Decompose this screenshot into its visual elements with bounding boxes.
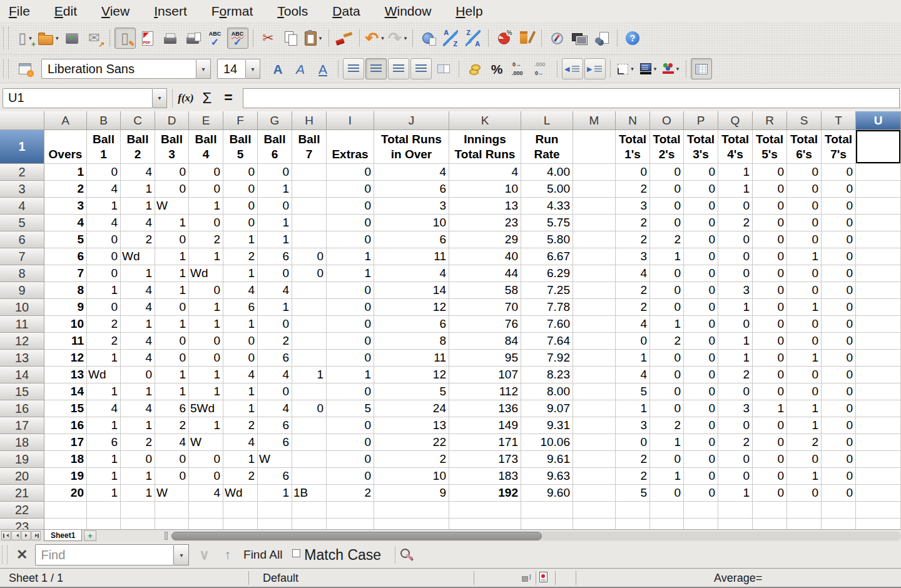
cell-D22[interactable]	[155, 502, 189, 519]
cell-C16[interactable]: 4	[121, 400, 155, 417]
cell-O18[interactable]: 1	[650, 434, 684, 451]
cell-O19[interactable]: 0	[650, 451, 684, 468]
cell-R15[interactable]: 0	[753, 383, 787, 400]
cell-T6[interactable]: 0	[822, 231, 856, 248]
font-size-dropdown[interactable]: ▾	[246, 59, 260, 79]
cell-P15[interactable]: 0	[684, 383, 718, 400]
insert-mode-icon[interactable]	[522, 574, 532, 582]
cell-P6[interactable]: 0	[684, 231, 718, 248]
cell-D10[interactable]: 0	[155, 299, 189, 316]
cell-H16[interactable]: 0	[292, 400, 327, 417]
cell-G13[interactable]: 6	[258, 350, 292, 367]
cell-G5[interactable]: 1	[258, 215, 292, 231]
cell-O2[interactable]: 0	[650, 164, 684, 181]
cell-P10[interactable]: 0	[684, 299, 718, 316]
cell-S9[interactable]: 0	[787, 282, 822, 299]
cell-R21[interactable]: 0	[753, 485, 787, 502]
add-sheet-button[interactable]: +	[84, 530, 96, 541]
cell-D19[interactable]: 0	[155, 451, 189, 468]
cell-K17[interactable]: 149	[449, 417, 521, 434]
cell-K6[interactable]: 29	[449, 231, 521, 248]
cell-U8[interactable]	[856, 265, 901, 282]
cell-S7[interactable]: 1	[787, 248, 822, 265]
cell-S14[interactable]: 0	[787, 367, 822, 383]
cell-H12[interactable]	[292, 333, 327, 350]
cell-M13[interactable]	[573, 350, 616, 367]
font-name-dropdown[interactable]: ▾	[196, 59, 211, 79]
cell-R20[interactable]: 0	[753, 468, 787, 485]
cell-A5[interactable]: 4	[44, 215, 87, 231]
cell-M4[interactable]	[573, 198, 616, 215]
cell-Q15[interactable]: 0	[718, 383, 753, 400]
name-box-dropdown[interactable]: ▾	[153, 88, 167, 108]
cell-H14[interactable]: 1	[292, 367, 327, 383]
cell-D21[interactable]: W	[155, 485, 189, 502]
cell-L10[interactable]: 7.78	[521, 299, 573, 316]
cell-B8[interactable]: 0	[87, 265, 121, 282]
cell-N10[interactable]: 2	[616, 299, 650, 316]
cell-T5[interactable]: 0	[822, 215, 856, 231]
equals-icon[interactable]: =	[218, 88, 239, 109]
cell-F20[interactable]: 2	[223, 468, 258, 485]
cell-O23[interactable]	[650, 519, 684, 529]
merge-cells-icon[interactable]	[433, 58, 454, 79]
cell-M21[interactable]	[573, 485, 616, 502]
cell-G8[interactable]: 0	[258, 265, 292, 282]
cell-A8[interactable]: 7	[44, 265, 87, 282]
cell-L19[interactable]: 9.61	[521, 451, 573, 468]
column-header-D[interactable]: D	[155, 111, 189, 130]
cell-F12[interactable]: 0	[223, 333, 258, 350]
cell-K18[interactable]: 171	[449, 434, 521, 451]
cell-O17[interactable]: 2	[650, 417, 684, 434]
cell-U14[interactable]	[856, 367, 901, 383]
column-header-J[interactable]: J	[374, 111, 449, 130]
cell-S10[interactable]: 1	[787, 299, 822, 316]
cell-D9[interactable]: 1	[155, 282, 189, 299]
cell-A9[interactable]: 8	[44, 282, 87, 299]
cell-D14[interactable]: 1	[155, 367, 189, 383]
cell-U2[interactable]	[856, 164, 901, 181]
cell-C5[interactable]: 4	[121, 215, 155, 231]
row-header-20[interactable]: 20	[0, 468, 44, 485]
cell-S11[interactable]: 0	[787, 316, 822, 333]
cell-R9[interactable]: 0	[753, 282, 787, 299]
cell-N5[interactable]: 2	[616, 215, 650, 231]
sheet-number-indicator[interactable]: Sheet 1 / 1	[9, 572, 63, 585]
background-color-dropdown[interactable]: ▾	[654, 66, 657, 72]
cell-R5[interactable]: 0	[753, 215, 787, 231]
cell-B16[interactable]: 4	[87, 400, 121, 417]
cell-M22[interactable]	[573, 502, 616, 519]
cell-D16[interactable]: 6	[155, 400, 189, 417]
cell-M10[interactable]	[573, 299, 616, 316]
navigator-icon[interactable]	[546, 28, 568, 49]
cell-F15[interactable]: 1	[223, 383, 258, 400]
cell-C17[interactable]: 1	[121, 417, 155, 434]
column-header-F[interactable]: F	[223, 111, 258, 130]
cell-L15[interactable]: 8.00	[521, 383, 573, 400]
cell-Q17[interactable]: 0	[718, 417, 753, 434]
cell-N16[interactable]: 1	[616, 400, 650, 417]
cell-K8[interactable]: 44	[449, 265, 521, 282]
cell-I21[interactable]: 2	[327, 485, 374, 502]
cell-J9[interactable]: 14	[374, 282, 449, 299]
row-header-21[interactable]: 21	[0, 485, 44, 502]
cell-L4[interactable]: 4.33	[521, 198, 573, 215]
cell-Q21[interactable]: 1	[718, 485, 753, 502]
cell-G23[interactable]	[258, 519, 292, 529]
cell-B13[interactable]: 1	[87, 350, 121, 367]
cell-T7[interactable]: 0	[822, 248, 856, 265]
cell-L23[interactable]	[521, 519, 573, 529]
cell-R2[interactable]: 0	[753, 164, 787, 181]
cell-G20[interactable]: 6	[258, 468, 292, 485]
cell-J19[interactable]: 2	[374, 451, 449, 468]
cell-J22[interactable]	[374, 502, 449, 519]
column-header-O[interactable]: O	[650, 111, 684, 130]
cell-O8[interactable]: 0	[650, 265, 684, 282]
cell-U3[interactable]	[856, 181, 901, 198]
cell-N12[interactable]: 0	[616, 333, 650, 350]
cell-P11[interactable]: 0	[684, 316, 718, 333]
cell-J13[interactable]: 11	[374, 350, 449, 367]
column-header-U[interactable]: U	[856, 111, 901, 130]
cell-U5[interactable]	[856, 215, 901, 231]
cell-S3[interactable]: 0	[787, 181, 822, 198]
